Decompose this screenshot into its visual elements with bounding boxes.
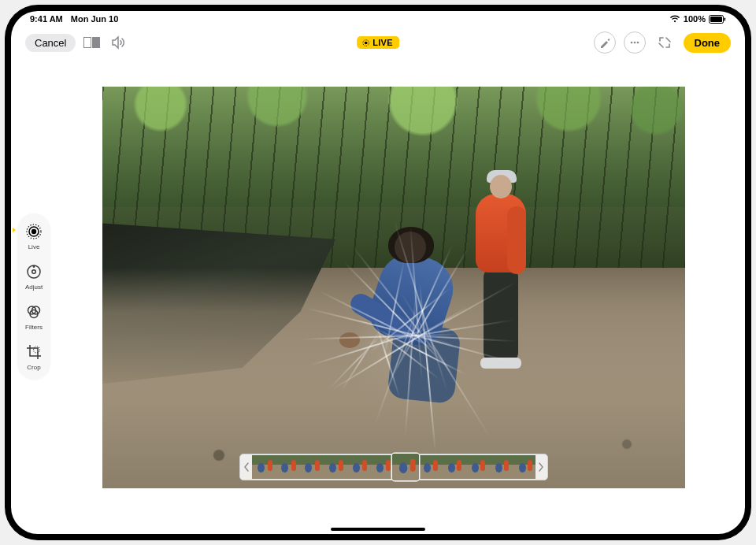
svg-rect-1: [710, 17, 722, 22]
more-button[interactable]: [624, 32, 646, 54]
sidebar-item-label: Adjust: [25, 284, 43, 291]
status-time: 9:41 AM: [30, 14, 63, 24]
scrubber-frame[interactable]: [417, 455, 441, 479]
scrubber-frame[interactable]: [392, 454, 420, 481]
svg-point-6: [633, 42, 636, 44]
status-bar: 9:41 AM Mon Jun 10 100%: [11, 11, 745, 27]
screen: 9:41 AM Mon Jun 10 100% Cancel: [11, 11, 745, 534]
sidebar-item-label: Live: [28, 243, 40, 250]
edit-mode-sidebar: Live Adjust Filters: [17, 213, 50, 379]
sidebar-item-label: Filters: [25, 324, 43, 331]
scrubber-frame[interactable]: [465, 455, 488, 479]
scrubber-frame[interactable]: [512, 455, 536, 479]
svg-point-8: [32, 229, 36, 234]
scrubber-frame[interactable]: [441, 455, 465, 479]
live-icon: [24, 221, 44, 242]
scrubber-frame[interactable]: [276, 455, 299, 479]
live-frame-scrubber[interactable]: [239, 454, 548, 480]
markup-button[interactable]: [594, 32, 616, 54]
editor-toolbar: Cancel LIVE: [11, 27, 745, 58]
person-crouching: [347, 232, 465, 413]
scrubber-next-icon[interactable]: [536, 455, 547, 479]
scrubber-frame[interactable]: [370, 455, 394, 479]
svg-point-3: [365, 41, 368, 44]
scrubber-frame[interactable]: [323, 455, 346, 479]
wifi-icon: [669, 15, 680, 23]
crop-icon: [24, 342, 44, 362]
scrubber-frame[interactable]: [299, 455, 323, 479]
sidebar-item-adjust[interactable]: Adjust: [17, 261, 50, 291]
svg-rect-2: [724, 17, 726, 20]
svg-point-7: [636, 42, 639, 44]
fullscreen-button[interactable]: [654, 32, 676, 54]
live-badge-label: LIVE: [372, 38, 393, 47]
scrubber-frame[interactable]: [252, 455, 276, 479]
sidebar-item-filters[interactable]: Filters: [17, 302, 50, 331]
scrubber-frame[interactable]: [346, 455, 370, 479]
status-date: Mon Jun 10: [71, 14, 119, 24]
battery-icon: [709, 15, 726, 24]
editor-main: Live Adjust Filters: [11, 58, 745, 534]
scrubber-prev-icon[interactable]: [241, 455, 252, 479]
done-button[interactable]: Done: [684, 33, 732, 53]
home-indicator[interactable]: [331, 528, 425, 531]
live-photo-badge[interactable]: LIVE: [357, 36, 399, 49]
compare-toggle-icon[interactable]: [83, 37, 100, 48]
filters-icon: [24, 302, 44, 322]
scrubber-frame[interactable]: [488, 455, 512, 479]
svg-point-13: [33, 265, 35, 268]
scrubber-frames[interactable]: [252, 455, 536, 479]
status-battery-pct: 100%: [684, 14, 706, 24]
svg-point-12: [32, 270, 36, 274]
svg-point-5: [630, 42, 632, 44]
sidebar-item-crop[interactable]: Crop: [17, 342, 50, 371]
adjust-icon: [24, 261, 44, 282]
photo-preview[interactable]: [102, 87, 685, 488]
photo-canvas-area: [11, 58, 745, 534]
volume-icon[interactable]: [108, 32, 130, 54]
sidebar-item-label: Crop: [27, 364, 40, 371]
sidebar-item-live[interactable]: Live: [17, 221, 50, 250]
cancel-button[interactable]: Cancel: [25, 34, 76, 52]
ipad-device-frame: 9:41 AM Mon Jun 10 100% Cancel: [5, 5, 751, 540]
person-standing: [469, 175, 532, 372]
